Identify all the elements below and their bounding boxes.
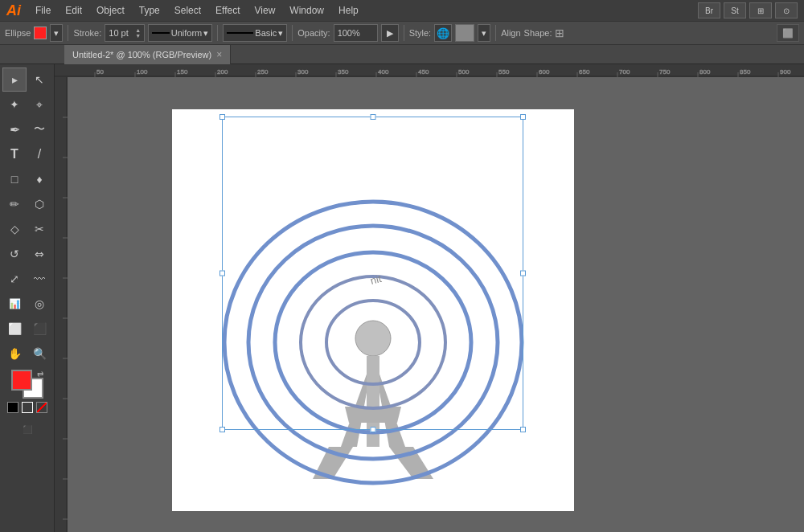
eraser-tool[interactable]: ◇ — [2, 217, 27, 241]
left-toolbar: ▸ ↖ ✦ ⌖ ✒ 〜 T / □ ♦ ✏ ⬡ ◇ ✂ ↺ ⇔ — [0, 64, 55, 532]
properties-toolbar: Ellipse ▾ Stroke: ▲ ▼ Uniform ▾ Basic ▾ … — [0, 21, 804, 45]
opacity-field[interactable] — [338, 28, 374, 38]
symbol-tool[interactable]: ◎ — [27, 292, 51, 316]
tool-row-10: 📊 ◎ — [2, 292, 51, 316]
hand-tool[interactable]: ✋ — [2, 342, 27, 366]
line-tool[interactable]: / — [27, 142, 51, 166]
opacity-input[interactable] — [334, 24, 378, 42]
opacity-more-btn[interactable]: ▶ — [381, 24, 399, 42]
line-style-label: Basic — [255, 28, 277, 38]
tab-close-btn[interactable]: × — [216, 49, 222, 60]
pen-tool[interactable]: ✒ — [2, 117, 27, 141]
arrange-btn[interactable]: ⬜ — [777, 24, 799, 42]
tool-row-5: □ ♦ — [2, 167, 51, 191]
menu-file[interactable]: File — [29, 3, 57, 18]
separator-2 — [217, 25, 218, 41]
svg-text:500: 500 — [458, 68, 470, 76]
style-dropdown[interactable]: ▾ — [478, 24, 490, 42]
stock-icon[interactable]: St — [724, 2, 746, 18]
opacity-label: Opacity: — [297, 28, 330, 38]
fill-color-swatch[interactable] — [34, 27, 47, 39]
svg-text:650: 650 — [579, 68, 590, 76]
grid-icon[interactable]: ⊞ — [749, 2, 772, 18]
menu-object[interactable]: Object — [90, 3, 131, 18]
gradient-indicator[interactable] — [22, 402, 33, 413]
warp-tool[interactable]: 〰 — [27, 267, 51, 291]
select-tool[interactable]: ▸ — [2, 68, 27, 92]
line-style-dropdown[interactable]: Basic ▾ — [223, 24, 287, 42]
style-swatch[interactable] — [455, 24, 474, 42]
color-stack: ⇄ — [11, 370, 43, 399]
ruler-v-svg — [55, 77, 68, 532]
zoom-tool[interactable]: 🔍 — [27, 342, 51, 366]
svg-text:nit: nit — [369, 272, 384, 287]
shape-label: Ellipse — [5, 28, 31, 38]
svg-text:800: 800 — [699, 68, 711, 76]
menu-select[interactable]: Select — [168, 3, 207, 18]
svg-text:900: 900 — [780, 68, 791, 76]
color-mode-row — [7, 402, 47, 413]
tool-row-7: ◇ ✂ — [2, 217, 51, 241]
menu-effect[interactable]: Effect — [209, 3, 246, 18]
svg-rect-38 — [55, 77, 68, 532]
svg-text:300: 300 — [297, 68, 309, 76]
menu-help[interactable]: Help — [332, 3, 365, 18]
direct-select-tool[interactable]: ↖ — [27, 68, 51, 92]
foreground-color-swatch[interactable] — [11, 370, 32, 391]
rotate-tool[interactable]: ↺ — [2, 242, 27, 266]
shaper-tool[interactable]: ⬡ — [27, 192, 51, 216]
type-tool[interactable]: T — [2, 142, 27, 166]
menu-view[interactable]: View — [248, 3, 282, 18]
tool-row-9: ⤢ 〰 — [2, 267, 51, 291]
scissors-tool[interactable]: ✂ — [27, 217, 51, 241]
reflect-tool[interactable]: ⇔ — [27, 242, 51, 266]
menu-edit[interactable]: Edit — [59, 3, 88, 18]
stroke-type-dropdown[interactable]: Uniform ▾ — [148, 24, 212, 42]
svg-text:600: 600 — [539, 68, 550, 76]
change-screen-mode-btn[interactable]: ⬛ — [15, 417, 39, 441]
artboard: nit — [172, 109, 574, 511]
menu-window[interactable]: Window — [283, 3, 330, 18]
pencil-tool[interactable]: ✏ — [2, 192, 27, 216]
graph-tool[interactable]: 📊 — [2, 292, 27, 316]
magic-wand-tool[interactable]: ✦ — [2, 92, 27, 117]
paintbrush-tool[interactable]: ♦ — [27, 167, 51, 191]
app-logo: Ai — [6, 2, 21, 19]
rect-tool[interactable]: □ — [2, 167, 27, 191]
curvature-tool[interactable]: 〜 — [27, 117, 51, 141]
tool-row-2: ✦ ⌖ — [2, 92, 51, 117]
menu-type[interactable]: Type — [133, 3, 166, 18]
stroke-width-field[interactable] — [109, 28, 133, 38]
align-label[interactable]: Align — [501, 28, 520, 38]
svg-text:850: 850 — [740, 68, 751, 76]
globe-icon[interactable]: 🌐 — [434, 24, 452, 42]
style-label: Style: — [409, 28, 432, 38]
tool-row-6: ✏ ⬡ — [2, 192, 51, 216]
stroke-width-input[interactable]: ▲ ▼ — [105, 24, 145, 42]
canvas-area[interactable]: 50 100 150 200 250 300 350 400 450 500 5… — [55, 64, 804, 532]
tool-row-4: T / — [2, 142, 51, 166]
fill-indicator[interactable] — [7, 402, 18, 413]
fill-dropdown[interactable]: ▾ — [50, 24, 63, 42]
canvas-content[interactable]: nit — [68, 77, 804, 532]
artboard-tool[interactable]: ⬜ — [2, 317, 27, 341]
sync-icon[interactable]: ⊙ — [775, 2, 798, 18]
document-tab[interactable]: Untitled-2* @ 100% (RGB/Preview) × — [64, 45, 231, 64]
tool-row-3: ✒ 〜 — [2, 117, 51, 141]
separator-5 — [495, 25, 496, 41]
stroke-width-arrows[interactable]: ▲ ▼ — [135, 27, 141, 39]
swap-colors-icon[interactable]: ⇄ — [37, 370, 43, 379]
none-indicator[interactable] — [36, 402, 47, 413]
shape-options-icon[interactable]: ⊞ — [555, 27, 564, 39]
tool-row-12: ✋ 🔍 — [2, 342, 51, 366]
bridge-icon[interactable]: Br — [698, 2, 720, 18]
slice-tool[interactable]: ⬛ — [27, 317, 51, 341]
scale-tool[interactable]: ⤢ — [2, 267, 27, 291]
ruler-h-svg: 50 100 150 200 250 300 350 400 450 500 5… — [55, 64, 804, 77]
lasso-tool[interactable]: ⌖ — [27, 92, 51, 117]
menu-bar: Ai File Edit Object Type Select Effect V… — [0, 0, 804, 21]
separator-4 — [404, 25, 404, 41]
svg-text:50: 50 — [96, 68, 104, 76]
svg-text:200: 200 — [217, 68, 228, 76]
main-area: ▸ ↖ ✦ ⌖ ✒ 〜 T / □ ♦ ✏ ⬡ ◇ ✂ ↺ ⇔ — [0, 64, 804, 532]
